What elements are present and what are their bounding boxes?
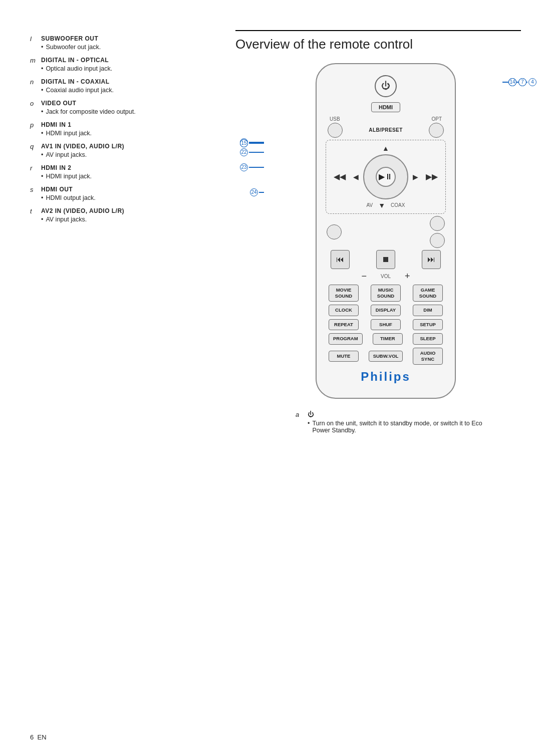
- nav-up-arrow[interactable]: ▲: [380, 143, 392, 153]
- spec-title-p: HDMI IN 1: [41, 121, 71, 129]
- power-symbol-desc: ⏻: [308, 411, 314, 418]
- subwvol-button[interactable]: SUBW.VOL: [369, 351, 403, 362]
- spec-bullet-q: AV input jacks.: [41, 151, 220, 158]
- vol-plus-button[interactable]: +: [401, 271, 414, 282]
- spec-title-q: AV1 IN (VIDEO, AUDIO L/R): [41, 143, 124, 150]
- spec-bullet-n: Coaxial audio input jack.: [41, 87, 220, 94]
- spec-bullet-t: AV input jacks.: [41, 216, 220, 223]
- desc-letter-a: a: [296, 411, 303, 418]
- audio-sync-button[interactable]: AUDIOSYNC: [413, 348, 443, 365]
- play-pause-icon: ▶⏸: [379, 172, 393, 181]
- spec-letter-p: p: [30, 121, 37, 129]
- spec-letter-s: s: [30, 186, 37, 193]
- mute-button[interactable]: MUTE: [329, 351, 359, 362]
- philips-logo: Philips: [326, 370, 446, 384]
- spec-bullet-p: HDMI input jack.: [41, 130, 220, 137]
- spec-bullet-s: HDMI output jack.: [41, 194, 220, 201]
- desc-bullet-1: Turn on the unit, switch it to standby m…: [308, 420, 486, 434]
- side-button-5[interactable]: [430, 216, 445, 231]
- spec-item-t: t AV2 IN (VIDEO, AUDIO L/R) AV input jac…: [30, 207, 220, 223]
- spec-bullet-o: Jack for composite video output.: [41, 108, 220, 115]
- stop-button[interactable]: ⏹: [376, 250, 395, 269]
- remote-body: ⏻ HDMI USB OPT: [316, 63, 456, 399]
- spec-item-q: q AV1 IN (VIDEO, AUDIO L/R) AV input jac…: [30, 143, 220, 158]
- spec-letter-l: l: [30, 35, 37, 43]
- description-section: a ⏻ Turn on the unit, switch it to stand…: [286, 411, 486, 439]
- spec-title-n: DIGITAL IN - COAXIAL: [41, 78, 110, 86]
- spec-title-s: HDMI OUT: [41, 186, 73, 193]
- usb-label: USB: [330, 116, 340, 122]
- spec-letter-r: r: [30, 164, 37, 172]
- nav-left-arrow[interactable]: ◀: [351, 172, 361, 182]
- side-button-24[interactable]: [327, 224, 342, 239]
- spec-letter-m: m: [30, 57, 37, 64]
- sound-mode-row: MOVIESOUND MUSICSOUND GAMESOUND: [326, 285, 446, 302]
- spec-title-r: HDMI IN 2: [41, 164, 71, 172]
- next-track-button[interactable]: ⏭: [422, 250, 441, 269]
- callout-22: 22: [240, 148, 264, 156]
- callout-14: 14: [502, 78, 516, 86]
- alb-preset-label: ALB/PRESET: [369, 127, 402, 133]
- transport-row: ⏮ ⏹ ⏭: [326, 250, 446, 269]
- page-number: 6 EN: [30, 733, 47, 741]
- sleep-button[interactable]: SLEEP: [413, 333, 443, 344]
- remote-control-diagram: ⏻ HDMI USB OPT: [235, 63, 521, 439]
- power-icon: ⏻: [381, 81, 390, 91]
- spec-letter-t: t: [30, 207, 37, 215]
- alb-right-button[interactable]: [429, 123, 444, 138]
- spec-title-m: DIGITAL IN - OPTICAL: [41, 57, 109, 64]
- program-timer-row: PROGRAM TIMER SLEEP: [326, 333, 446, 344]
- shuf-button[interactable]: SHUF: [371, 319, 401, 330]
- spec-letter-q: q: [30, 143, 37, 150]
- spec-title-l: SUBWOOFER OUT: [41, 35, 98, 43]
- coax-label: COAX: [391, 202, 405, 208]
- dim-button[interactable]: DIM: [413, 305, 443, 316]
- mute-row: MUTE SUBW.VOL AUDIOSYNC: [326, 348, 446, 365]
- spec-bullet-m: Optical audio input jack.: [41, 65, 220, 72]
- spec-item-r: r HDMI IN 2 HDMI input jack.: [30, 164, 220, 180]
- av-label: AV: [367, 202, 373, 208]
- clock-button[interactable]: CLOCK: [329, 305, 359, 316]
- setup-button[interactable]: SETUP: [413, 319, 443, 330]
- play-pause-button[interactable]: ▶⏸: [376, 167, 396, 187]
- prev-track-button[interactable]: ⏮: [331, 250, 350, 269]
- callout-15: 15: [240, 139, 264, 147]
- spec-item-n: n DIGITAL IN - COAXIAL Coaxial audio inp…: [30, 78, 220, 94]
- repeat-button[interactable]: REPEAT: [329, 319, 359, 330]
- power-button[interactable]: ⏻: [375, 75, 397, 97]
- spec-title-t: AV2 IN (VIDEO, AUDIO L/R): [41, 207, 124, 215]
- program-button[interactable]: PROGRAM: [329, 333, 363, 344]
- spec-title-o: VIDEO OUT: [41, 100, 76, 107]
- hdmi-button[interactable]: HDMI: [371, 102, 400, 112]
- spec-item-o: o VIDEO OUT Jack for composite video out…: [30, 100, 220, 115]
- desc-item-a: a ⏻ Turn on the unit, switch it to stand…: [296, 411, 486, 434]
- vol-minus-button[interactable]: −: [357, 271, 371, 282]
- callout-24: 24: [250, 188, 264, 196]
- timer-button[interactable]: TIMER: [373, 333, 403, 344]
- spec-item-s: s HDMI OUT HDMI output jack.: [30, 186, 220, 201]
- nav-circle: ▶⏸: [363, 154, 408, 199]
- spec-bullet-r: HDMI input jack.: [41, 173, 220, 180]
- page-title: Overview of the remote control: [235, 30, 521, 53]
- vol-label: VOL: [381, 274, 391, 279]
- volume-row: − VOL +: [326, 271, 446, 282]
- opt-label: OPT: [431, 116, 442, 122]
- clock-display-row: CLOCK DISPLAY DIM: [326, 305, 446, 316]
- spec-letter-n: n: [30, 78, 37, 86]
- spec-item-l: l SUBWOOFER OUT Subwoofer out jack.: [30, 35, 220, 51]
- side-button-6[interactable]: [430, 233, 445, 248]
- skip-back-button[interactable]: ◀◀: [331, 170, 349, 183]
- spec-bullet-l: Subwoofer out jack.: [41, 44, 220, 51]
- movie-sound-button[interactable]: MOVIESOUND: [329, 285, 359, 302]
- display-button[interactable]: DISPLAY: [371, 305, 401, 316]
- spec-letter-o: o: [30, 100, 37, 107]
- spec-item-m: m DIGITAL IN - OPTICAL Optical audio inp…: [30, 57, 220, 72]
- nav-down-arrow[interactable]: ▼: [376, 200, 388, 210]
- skip-fwd-button[interactable]: ▶▶: [423, 170, 441, 183]
- music-sound-button[interactable]: MUSICSOUND: [371, 285, 401, 302]
- alb-left-button[interactable]: [328, 123, 343, 138]
- callout-23: 23: [240, 163, 264, 171]
- game-sound-button[interactable]: GAMESOUND: [413, 285, 443, 302]
- nav-right-arrow[interactable]: ▶: [410, 172, 421, 182]
- repeat-shuf-row: REPEAT SHUF SETUP: [326, 319, 446, 330]
